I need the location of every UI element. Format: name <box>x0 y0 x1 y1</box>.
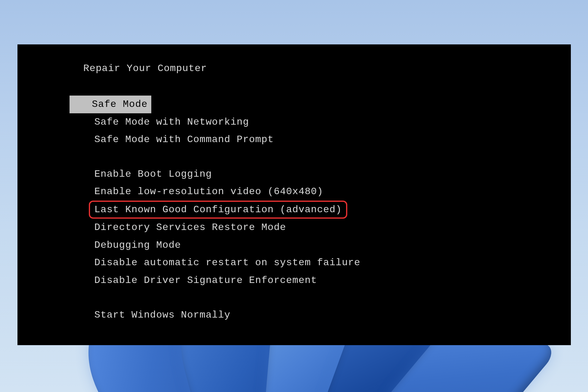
menu-item-directory-services-restore[interactable]: Directory Services Restore Mode <box>92 219 288 236</box>
menu-item-safe-mode[interactable]: Safe Mode <box>70 96 151 113</box>
menu-item-enable-boot-logging[interactable]: Enable Boot Logging <box>92 165 214 183</box>
menu-title: Repair Your Computer <box>83 63 571 74</box>
menu-item-start-windows-normally[interactable]: Start Windows Normally <box>92 306 233 324</box>
menu-item-low-resolution-video[interactable]: Enable low-resolution video (640x480) <box>92 183 326 201</box>
menu-item-safe-mode-networking[interactable]: Safe Mode with Networking <box>92 113 251 131</box>
menu-item-debugging-mode[interactable]: Debugging Mode <box>92 236 183 254</box>
menu-group-safe-mode: Safe Mode Safe Mode with Networking Safe… <box>83 96 571 149</box>
menu-item-safe-mode-command-prompt[interactable]: Safe Mode with Command Prompt <box>92 131 276 149</box>
advanced-boot-options-menu: Repair Your Computer Safe Mode Safe Mode… <box>17 44 571 345</box>
menu-group-advanced: Enable Boot Logging Enable low-resolutio… <box>83 165 571 289</box>
menu-item-disable-auto-restart[interactable]: Disable automatic restart on system fail… <box>92 254 363 272</box>
menu-group-normal: Start Windows Normally <box>83 306 571 324</box>
menu-item-last-known-good-config[interactable]: Last Known Good Configuration (advanced) <box>89 201 347 219</box>
menu-item-disable-driver-signature[interactable]: Disable Driver Signature Enforcement <box>92 272 319 289</box>
